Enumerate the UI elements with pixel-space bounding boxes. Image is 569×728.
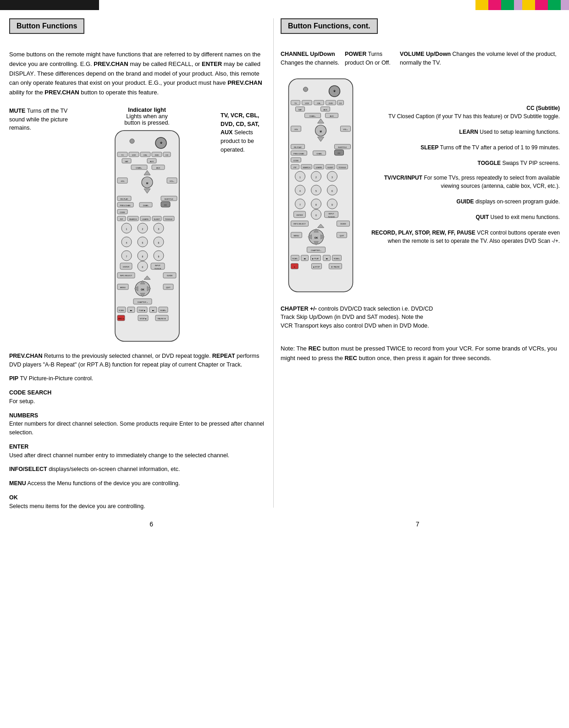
svg-text:⏭: ⏭ bbox=[152, 309, 154, 312]
page-number-left: 6 bbox=[149, 520, 153, 528]
svg-text:ENTER: ENTER bbox=[297, 214, 303, 216]
remote-diagram-right: ⏻ TV VCR CBL DVD CD SAT A bbox=[281, 77, 361, 301]
svg-text:⏮: ⏮ bbox=[130, 309, 132, 312]
svg-text:9: 9 bbox=[158, 255, 159, 258]
sleep-entry: SLEEP Turns off the TV after a period of… bbox=[365, 143, 560, 152]
left-panel: Button Functions Some buttons on the rem… bbox=[9, 10, 273, 516]
svg-text:TOGGLE: TOGGLE bbox=[165, 218, 172, 220]
color-bar-r1 bbox=[475, 0, 488, 10]
svg-text:CHAN-: CHAN- bbox=[316, 153, 322, 155]
indicator-light-label: Indicator lightLights when any button is… bbox=[124, 107, 170, 126]
svg-text:SCAN-: SCAN- bbox=[118, 309, 124, 312]
svg-text:LEARN: LEARN bbox=[316, 166, 322, 169]
svg-text:TV/VCR: TV/VCR bbox=[328, 216, 335, 218]
svg-text:⏻: ⏻ bbox=[160, 141, 162, 144]
svg-text:6: 6 bbox=[331, 190, 333, 192]
svg-text:INPUT: INPUT bbox=[155, 264, 161, 267]
left-button-descs: PREV.CHAN Returns to the previously sele… bbox=[9, 352, 266, 516]
svg-text:VOL+: VOL+ bbox=[343, 128, 348, 131]
svg-text:CD: CD bbox=[339, 102, 342, 104]
record-play-entry: RECORD, PLAY, STOP, REW, FF, PAUSE VCR c… bbox=[365, 229, 560, 245]
svg-text:■ STOP: ■ STOP bbox=[313, 266, 320, 268]
svg-text:LEARN: LEARN bbox=[142, 218, 148, 220]
svg-text:5: 5 bbox=[315, 190, 317, 192]
svg-text:QUIT: QUIT bbox=[166, 286, 171, 289]
svg-text:INFO-SELECT: INFO-SELECT bbox=[120, 274, 132, 277]
toggle-entry: TOGGLE Swaps TV PIP screens. bbox=[365, 159, 560, 167]
intro-paragraph: Some buttons on the remote might have fu… bbox=[9, 50, 266, 98]
svg-text:0: 0 bbox=[315, 214, 317, 217]
tv-vcr-entry: TV, VCR, CBL, DVD, CD, SAT, AUX Selects … bbox=[221, 111, 266, 154]
svg-text:4: 4 bbox=[299, 190, 301, 192]
indicator-label: Indicator lightLights when any button is… bbox=[124, 107, 170, 126]
svg-text:QUIT: QUIT bbox=[340, 235, 344, 237]
svg-text:VCR: VCR bbox=[305, 102, 309, 104]
svg-text:2: 2 bbox=[315, 176, 317, 179]
menu-entry: MENU Access the Menu functions of the de… bbox=[9, 479, 266, 488]
svg-text:SCAN-: SCAN- bbox=[292, 257, 298, 260]
button-descriptions: PREV.CHAN Returns to the previously sele… bbox=[9, 352, 266, 516]
svg-text:▶ PLAY: ▶ PLAY bbox=[312, 257, 319, 260]
svg-point-111 bbox=[304, 87, 308, 92]
svg-text:AUX: AUX bbox=[323, 109, 327, 111]
svg-text:DVD: DVD bbox=[329, 102, 333, 104]
svg-text:CODE: CODE bbox=[293, 159, 299, 162]
mute-name: MUTE bbox=[9, 108, 25, 114]
svg-text:PLAY ▶: PLAY ▶ bbox=[139, 309, 146, 312]
svg-text:-VOL: -VOL bbox=[120, 180, 125, 182]
enter-entry: ENTERUsed after direct channel number en… bbox=[9, 443, 266, 460]
svg-text:5: 5 bbox=[142, 241, 143, 244]
color-bar-r8 bbox=[561, 0, 569, 10]
learn-entry: LEARN Used to setup learning functions. bbox=[365, 128, 560, 136]
svg-text:CODE: CODE bbox=[120, 211, 125, 213]
svg-text:TV/VCR: TV/VCR bbox=[154, 268, 161, 270]
svg-text:4: 4 bbox=[126, 241, 127, 244]
left-section-title: Button Functions bbox=[9, 18, 84, 34]
svg-text:SLEEP: SLEEP bbox=[154, 218, 160, 220]
color-bar-r2 bbox=[488, 0, 501, 10]
svg-text:CHAN-: CHAN- bbox=[143, 204, 149, 207]
svg-text:PIP: PIP bbox=[120, 218, 123, 220]
svg-text:CHAPTER +: CHAPTER + bbox=[311, 249, 321, 252]
svg-text:0: 0 bbox=[142, 266, 143, 268]
svg-text:8: 8 bbox=[142, 255, 143, 258]
svg-text:M: M bbox=[146, 182, 148, 185]
svg-text:6: 6 bbox=[158, 241, 159, 244]
power-entry: POWER Turns product On or Off. bbox=[345, 50, 398, 67]
svg-text:CHAPTER +: CHAPTER + bbox=[137, 301, 148, 303]
svg-text:1: 1 bbox=[299, 176, 301, 179]
remote-diagram-left: ⏻ TV VCR CBL DVD CD SAT bbox=[108, 128, 186, 348]
svg-text:SEARCH: SEARCH bbox=[303, 166, 310, 169]
page-container: Button Functions Some buttons on the rem… bbox=[0, 0, 569, 532]
svg-text:-VOL: -VOL bbox=[294, 128, 298, 131]
ok-entry: OKSelects menu items for the device you … bbox=[9, 493, 266, 511]
svg-text:GUIDE: GUIDE bbox=[166, 274, 172, 277]
color-bar-2 bbox=[17, 0, 33, 10]
color-bar-r6 bbox=[535, 0, 548, 10]
pip-entry: PIP TV Picture-in-Picture control. bbox=[9, 374, 266, 383]
svg-text:OK: OK bbox=[315, 236, 318, 239]
tv-vcr-name: TV, VCR, CBL, DVD, CD, SAT, AUX bbox=[221, 112, 260, 136]
svg-text:MENU: MENU bbox=[294, 235, 299, 237]
svg-text:7: 7 bbox=[126, 255, 127, 258]
svg-text:CBL: CBL bbox=[144, 154, 148, 156]
svg-text:7: 7 bbox=[299, 203, 301, 206]
volume-entry: VOLUME Up/Down Changes the volume level … bbox=[400, 50, 560, 67]
svg-text:STOP ■: STOP ■ bbox=[139, 317, 146, 320]
svg-text:M: M bbox=[320, 130, 321, 133]
right-panel: Button Functions, cont. CHANNEL Up/Down … bbox=[274, 10, 560, 516]
svg-text:OK: OK bbox=[141, 288, 144, 291]
chapter-annotation: CHAPTER +/- controls DVD/CD track select… bbox=[281, 305, 560, 330]
svg-text:INFO-SELECT: INFO-SELECT bbox=[293, 223, 306, 225]
page-number-right: 7 bbox=[416, 520, 420, 528]
svg-text:VOL+: VOL+ bbox=[169, 180, 174, 182]
main-layout: Button Functions Some buttons on the rem… bbox=[0, 10, 569, 516]
right-section-title: Button Functions, cont. bbox=[281, 18, 378, 34]
color-bar-4 bbox=[50, 0, 66, 10]
quit-entry: QUIT Used to exit menu functions. bbox=[365, 213, 560, 221]
svg-text:SEARCH: SEARCH bbox=[129, 218, 137, 220]
page-numbers: 6 7 bbox=[0, 516, 569, 532]
guide-entry: GUIDE displays on-screen program guide. bbox=[365, 197, 560, 206]
svg-text:SLEEP: SLEEP bbox=[327, 166, 333, 169]
color-bar-3 bbox=[33, 0, 50, 10]
